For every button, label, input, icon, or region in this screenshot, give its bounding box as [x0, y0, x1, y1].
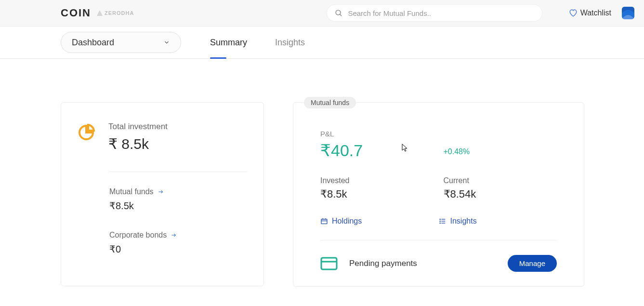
svg-rect-5: [321, 219, 327, 224]
mutual-funds-value: ₹8.5k: [109, 200, 247, 212]
arrow-right-icon: [171, 232, 177, 239]
corporate-bonds-value: ₹0: [109, 243, 247, 255]
dashboard-label: Dashboard: [72, 38, 114, 48]
credit-card-icon: [320, 257, 338, 270]
svg-point-0: [336, 10, 341, 15]
search-input[interactable]: [348, 9, 534, 17]
mutual-funds-label: Mutual funds: [109, 187, 154, 196]
watchlist-label: Watchlist: [580, 9, 611, 17]
heart-icon: [569, 9, 578, 17]
avatar[interactable]: [622, 7, 634, 19]
corporate-bonds-label: Corporate bonds: [109, 231, 167, 239]
svg-line-1: [340, 14, 342, 16]
svg-rect-15: [321, 258, 337, 269]
insights-link[interactable]: Insights: [439, 217, 557, 226]
tab-insights[interactable]: Insights: [275, 27, 305, 58]
pnl-label: P&L: [320, 130, 434, 138]
total-investment-value: ₹ 8.5k: [108, 135, 168, 152]
pie-chart-icon: [78, 124, 95, 141]
holdings-link-label: Holdings: [332, 217, 362, 226]
pending-payments-label: Pending payments: [349, 259, 417, 268]
zerodha-label: ZERODHA: [105, 10, 134, 16]
search-icon: [335, 9, 343, 17]
total-investment-card: Total investment ₹ 8.5k Mutual funds ₹8.…: [61, 102, 264, 286]
pnl-value: ₹40.7: [320, 141, 434, 160]
insights-link-label: Insights: [450, 217, 477, 226]
manage-button[interactable]: Manage: [508, 255, 557, 272]
dashboard-dropdown[interactable]: Dashboard: [61, 32, 181, 53]
chevron-down-icon: [163, 39, 170, 46]
current-label: Current: [444, 176, 557, 185]
svg-point-14: [440, 223, 440, 223]
svg-point-13: [440, 221, 440, 221]
arrow-right-icon: [158, 188, 164, 195]
mutual-funds-link[interactable]: Mutual funds: [109, 187, 247, 196]
zerodha-icon: [97, 10, 103, 16]
tab-summary[interactable]: Summary: [210, 27, 247, 58]
mutual-funds-card: Mutual funds P&L ₹40.7 +0.48% Invested ₹…: [293, 102, 584, 287]
list-icon: [439, 217, 447, 225]
coin-logo[interactable]: COIN: [61, 7, 91, 19]
invested-value: ₹8.5k: [320, 188, 434, 200]
svg-point-12: [440, 219, 440, 219]
zerodha-brand: ZERODHA: [97, 10, 134, 16]
invested-label: Invested: [320, 176, 434, 185]
corporate-bonds-link[interactable]: Corporate bonds: [109, 231, 247, 239]
search-box[interactable]: [327, 4, 542, 22]
divider: [320, 240, 557, 240]
divider: [109, 172, 247, 172]
holdings-icon: [320, 217, 328, 225]
watchlist-link[interactable]: Watchlist: [569, 9, 611, 17]
pnl-percent: +0.48%: [444, 147, 557, 160]
total-investment-label: Total investment: [108, 122, 168, 132]
holdings-link[interactable]: Holdings: [320, 217, 439, 226]
mutual-funds-badge: Mutual funds: [304, 97, 356, 108]
avatar-icon: [622, 7, 634, 19]
current-value: ₹8.54k: [444, 188, 557, 200]
